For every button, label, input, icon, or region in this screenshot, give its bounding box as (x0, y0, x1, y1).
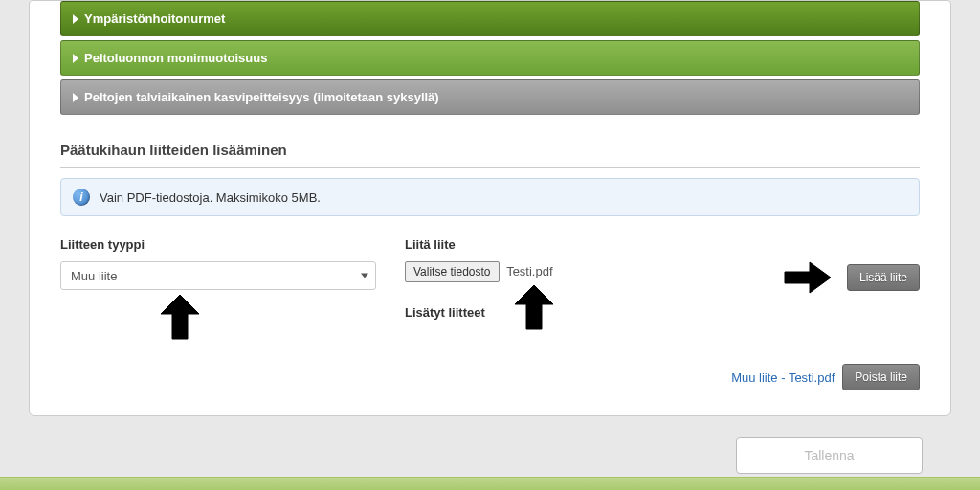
chevron-right-icon (73, 54, 78, 63)
info-message: i Vain PDF-tiedostoja. Maksimikoko 5MB. (60, 178, 920, 216)
info-text: Vain PDF-tiedostoja. Maksimikoko 5MB. (100, 190, 321, 205)
add-attachment-button[interactable]: Lisää liite (847, 264, 920, 291)
footer-bar (0, 477, 980, 490)
accordion-item-peltojen[interactable]: Peltojen talviaikainen kasvipeitteisyys … (60, 79, 920, 115)
main-panel: Ympäristönhoitonurmet Peltoluonnon monim… (29, 0, 951, 416)
attachment-type-label: Liitteen tyyppi (60, 237, 376, 252)
attachment-link[interactable]: Muu liite - Testi.pdf (731, 370, 835, 385)
info-icon: i (73, 189, 90, 206)
attachment-type-select[interactable]: Muu liite (60, 261, 376, 290)
accordion-item-peltoluonnon[interactable]: Peltoluonnon monimuotoisuus (60, 40, 920, 76)
accordion-label: Peltoluonnon monimuotoisuus (84, 51, 267, 65)
accordion-label: Ympäristönhoitonurmet (84, 11, 225, 26)
choose-file-button[interactable]: Valitse tiedosto (405, 261, 500, 282)
chevron-right-icon (73, 93, 78, 102)
accordion-label: Peltojen talviaikainen kasvipeitteisyys … (84, 90, 439, 104)
accordion-item-ymparisto[interactable]: Ympäristönhoitonurmet (60, 1, 920, 36)
attachments-section-title: Päätukihaun liitteiden lisääminen (60, 142, 920, 158)
remove-attachment-button[interactable]: Poista liite (842, 364, 920, 390)
chosen-file-name: Testi.pdf (506, 264, 552, 278)
added-attachments-heading: Lisätyt liitteet (405, 305, 728, 320)
annotation-arrow-right-icon (781, 258, 834, 297)
annotation-arrow-up-icon (156, 291, 204, 348)
attach-file-label: Liitä liite (405, 237, 728, 252)
divider (60, 167, 920, 168)
save-button[interactable]: Tallenna (736, 437, 923, 474)
attachment-list-row: Muu liite - Testi.pdf Poista liite (60, 364, 920, 390)
chevron-right-icon (73, 14, 78, 24)
